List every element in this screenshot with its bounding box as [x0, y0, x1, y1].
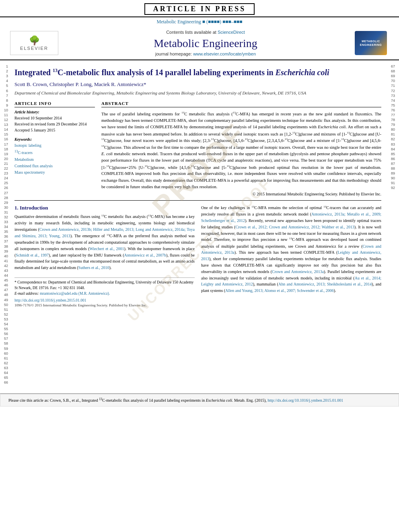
article-info-col: ARTICLE INFO Article history: Received 1…	[14, 101, 95, 196]
footnote-text: * Correspondence to: Department of Chemi…	[14, 279, 195, 291]
homepage-text: journal homepage:	[155, 51, 192, 56]
elsevier-logo-box: 🌳 ELSEVIER	[10, 31, 58, 55]
section-divider	[14, 200, 381, 201]
line-number-92: 92	[389, 186, 397, 191]
paper-content: Integrated 13C-metabolic flux analysis o…	[11, 60, 388, 311]
logo-box: METABOLICENGINEERING	[355, 31, 387, 55]
footnote-area: * Correspondence to: Department of Chemi…	[14, 277, 195, 307]
email-label: E-mail address:	[14, 292, 40, 296]
body-col-left: 1. Introduction Quantitative determinati…	[14, 205, 195, 307]
authors-text: Scott B. Crown, Christopher P. Long, Mac…	[14, 81, 146, 87]
journal-homepage: journal homepage: www.elsevier.com/locat…	[60, 51, 351, 56]
abstract-text: The use of parallel labeling experiments…	[101, 111, 381, 190]
affiliation: Department of Chemical and Biomolecular …	[14, 90, 381, 96]
keyword-isotopic-labeling: Isotopic labeling	[14, 142, 95, 149]
article-in-press-banner: ARTICLE IN PRESS	[0, 0, 399, 17]
logo-text: METABOLICENGINEERING	[360, 39, 382, 47]
keyword-combined-flux: Combined flux analysis	[14, 163, 95, 169]
title-organism: Escherichia coli	[276, 68, 329, 77]
journal-center: Contents lists available at ScienceDirec…	[60, 30, 351, 56]
right-line-numbers: 6768697071727374757677787980818283848586…	[388, 60, 399, 389]
homepage-link[interactable]: www.elsevier.com/locate/ymben	[193, 51, 256, 56]
accepted-date: Accepted 5 January 2015	[14, 127, 95, 133]
body-two-col: 1. Introduction Quantitative determinati…	[14, 205, 381, 307]
article-info-header: ARTICLE INFO	[14, 101, 95, 107]
keywords-label: Keywords:	[14, 137, 95, 142]
article-history-section: Article history: Received 10 September 2…	[14, 110, 95, 133]
journal-title: Metabolic Engineering	[60, 37, 351, 50]
keyword-mass-spec: Mass spectrometry	[14, 169, 95, 176]
doi-anchor[interactable]: http://dx.doi.org/10.1016/j.ymben.2015.0…	[14, 298, 86, 302]
history-label: Article history:	[14, 110, 95, 114]
citation-doi-link[interactable]: http://dx.doi.org/10.1016/j.ymben.2015.0…	[267, 398, 343, 403]
received-date: Received 10 September 2014	[14, 115, 95, 121]
revised-date: Received in revised form 29 December 201…	[14, 121, 95, 127]
issn-line: 1096-7176/© 2015 International Metabolic…	[14, 303, 195, 307]
elsevier-text: ELSEVIER	[20, 46, 48, 51]
abstract-header: ABSTRACT	[101, 101, 381, 107]
intro-text-col1: Quantitative determination of metabolic …	[14, 214, 195, 271]
aip-text: ARTICLE IN PRESS	[144, 3, 255, 15]
article-info-abstract: ARTICLE INFO Article history: Received 1…	[14, 101, 381, 196]
contents-text: Contents lists available at	[166, 30, 216, 35]
page-wrapper: 1234567891011121314151617181920212223242…	[0, 60, 399, 389]
article-title: Integrated 13C-metabolic flux analysis o…	[14, 64, 381, 78]
doi-link[interactable]: Metabolic Engineering ■ (■■■■) ■■■–■■■	[156, 19, 242, 25]
keyword-13c-tracers: 13C-tracers	[14, 149, 95, 156]
intro-heading: 1. Introduction	[14, 205, 195, 211]
elsevier-tree-icon: 🌳	[29, 35, 40, 46]
doi-bottom[interactable]: http://dx.doi.org/10.1016/j.ymben.2015.0…	[14, 298, 195, 302]
title-superscript: 13	[53, 68, 58, 73]
doi-line: Metabolic Engineering ■ (■■■■) ■■■–■■■	[0, 17, 399, 27]
left-line-numbers: 1234567891011121314151617181920212223242…	[0, 60, 11, 389]
copyright-line: © 2015 International Metabolic Engineeri…	[101, 192, 381, 196]
journal-header: 🌳 ELSEVIER Contents lists available at S…	[0, 27, 399, 60]
metabolic-logo: METABOLICENGINEERING	[351, 31, 391, 55]
keyword-metabolism: Metabolism	[14, 156, 95, 163]
contents-line: Contents lists available at ScienceDirec…	[60, 30, 351, 35]
keywords-section: Keywords: Isotopic labeling 13C-tracers …	[14, 137, 95, 175]
email-footnote: E-mail address: mrantoniwicz@udel.edu (M…	[14, 291, 195, 296]
abstract-col: ABSTRACT The use of parallel labeling ex…	[101, 101, 381, 196]
line-number-66: 66	[2, 380, 10, 385]
center-content: Integrated 13C-metabolic flux analysis o…	[11, 60, 388, 389]
elsevier-logo-area: 🌳 ELSEVIER	[8, 31, 60, 55]
sciencedirect-link[interactable]: ScienceDirect	[218, 30, 245, 35]
citation-bar: Please cite this article as: Crown, S.B.…	[0, 393, 399, 406]
intro-text-col2: One of the key challenges in 13C-MFA rem…	[201, 205, 381, 294]
body-col-right: One of the key challenges in 13C-MFA rem…	[201, 205, 381, 307]
authors: Scott B. Crown, Christopher P. Long, Mac…	[14, 81, 381, 88]
email-link[interactable]: mrantoniwicz@udel.edu (M.R. Antoniewicz)…	[40, 292, 110, 296]
